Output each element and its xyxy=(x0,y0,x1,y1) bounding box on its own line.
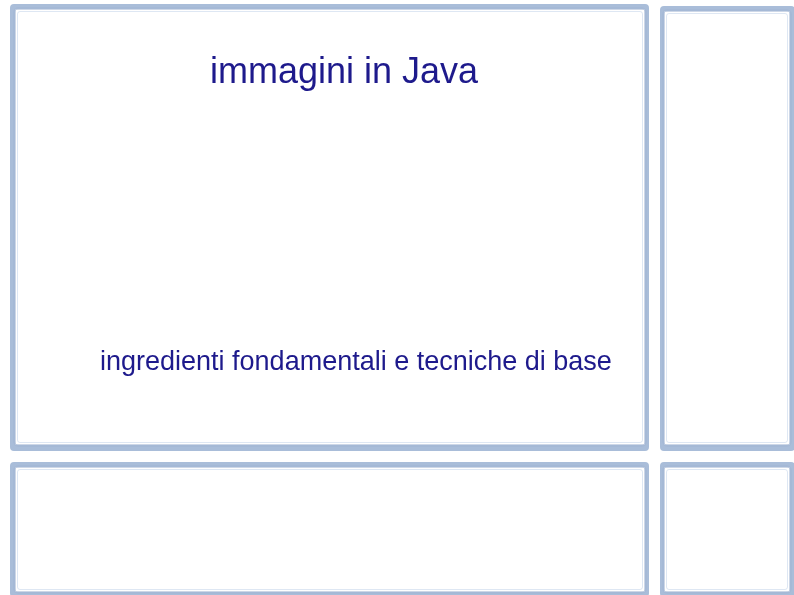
slide: immagini in Java ingredienti fondamental… xyxy=(0,0,794,595)
frame-bottom-left xyxy=(10,462,649,595)
frame-bottom-right xyxy=(660,462,794,595)
slide-subtitle: ingredienti fondamentali e tecniche di b… xyxy=(100,346,612,377)
slide-title: immagini in Java xyxy=(210,50,478,92)
frame-top-right xyxy=(660,6,794,451)
